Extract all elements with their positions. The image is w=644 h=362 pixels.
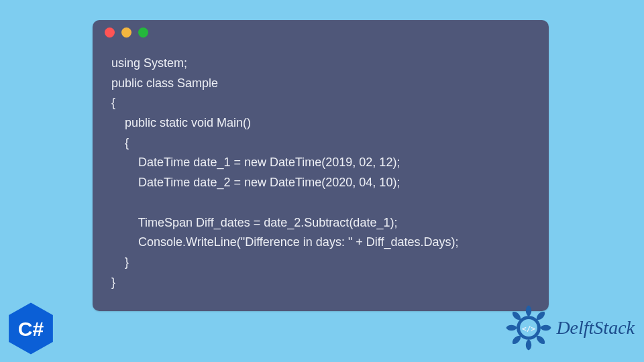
code-block: using System; public class Sample { publ…: [93, 44, 549, 295]
csharp-badge-icon: C#: [7, 302, 55, 355]
brand-block: </> DelftStack: [505, 304, 635, 351]
brand-logo-icon: </>: [505, 304, 552, 351]
brand-name: DelftStack: [556, 317, 635, 339]
window-titlebar: [93, 20, 549, 44]
minimize-icon: [121, 27, 131, 38]
csharp-badge-label: C#: [18, 318, 44, 340]
maximize-icon: [138, 27, 148, 38]
code-window: using System; public class Sample { publ…: [93, 20, 549, 311]
svg-text:</>: </>: [522, 324, 535, 333]
close-icon: [105, 27, 115, 38]
